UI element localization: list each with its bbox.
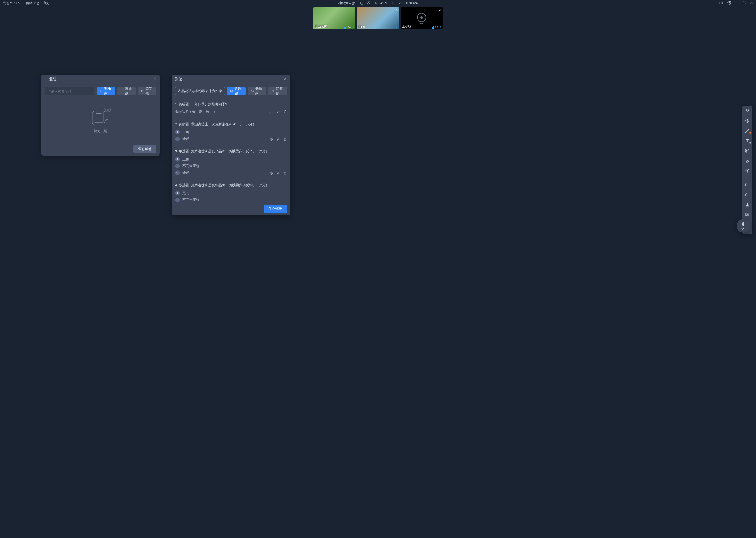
course-title: 神秘大自然 bbox=[338, 1, 355, 6]
close-icon[interactable]: ✕ bbox=[439, 8, 442, 12]
video-tile[interactable]: 叮当老师 bbox=[313, 7, 355, 29]
svg-rect-13 bbox=[440, 26, 441, 27]
chat-icon[interactable] bbox=[744, 211, 750, 218]
svg-point-5 bbox=[348, 26, 351, 28]
svg-line-12 bbox=[436, 26, 438, 28]
svg-point-32 bbox=[251, 90, 253, 92]
svg-rect-16 bbox=[100, 90, 102, 92]
panel-title: 测验 bbox=[49, 77, 153, 82]
participant-name: Nina bbox=[358, 25, 365, 28]
right-toolbar bbox=[742, 106, 752, 234]
camera-toggle-icon[interactable] bbox=[719, 1, 724, 6]
svg-point-17 bbox=[121, 90, 123, 92]
close-panel-icon[interactable] bbox=[153, 77, 157, 81]
svg-point-37 bbox=[745, 151, 747, 153]
svg-point-8 bbox=[392, 26, 394, 28]
quiz-name-input[interactable] bbox=[45, 87, 95, 95]
question-item: 4 [多选题] 施华洛世奇是反华品牌，所以梁鼎琪反华。 （2分） A是的 B不完… bbox=[175, 180, 287, 202]
tab-short[interactable]: 简答题 bbox=[138, 87, 157, 95]
svg-point-26 bbox=[105, 110, 106, 110]
svg-point-42 bbox=[747, 214, 748, 215]
signal-bars-icon bbox=[431, 26, 434, 28]
user-icon[interactable] bbox=[744, 201, 750, 208]
svg-rect-31 bbox=[231, 90, 233, 92]
brightness-icon[interactable] bbox=[744, 168, 750, 174]
toolbar-separator bbox=[744, 178, 750, 178]
close-window-icon[interactable] bbox=[750, 1, 753, 6]
delete-icon[interactable] bbox=[283, 137, 287, 142]
delete-icon[interactable] bbox=[283, 110, 287, 115]
question-list[interactable]: 1 [简答题] 一年四季分别是哪四季? 参考答案：春、夏、秋、冬 bbox=[172, 98, 290, 202]
tab-short[interactable]: 简答题 bbox=[268, 87, 287, 95]
svg-point-9 bbox=[393, 27, 394, 27]
minimize-icon[interactable] bbox=[735, 1, 739, 6]
move-icon[interactable] bbox=[269, 137, 273, 142]
svg-point-28 bbox=[109, 110, 109, 110]
tab-judge[interactable]: 判断题 bbox=[97, 87, 115, 95]
svg-rect-7 bbox=[353, 26, 354, 27]
settings-icon[interactable] bbox=[727, 1, 731, 6]
panel-title: 测验 bbox=[175, 77, 283, 82]
save-quiz-button[interactable]: 保存试卷 bbox=[264, 205, 287, 213]
svg-point-41 bbox=[746, 214, 747, 215]
edit-icon[interactable] bbox=[276, 171, 280, 176]
move-icon[interactable] bbox=[268, 110, 273, 115]
close-panel-icon[interactable] bbox=[283, 77, 287, 81]
edit-icon[interactable] bbox=[276, 110, 280, 115]
svg-rect-10 bbox=[397, 26, 397, 27]
pointer-tool-icon[interactable] bbox=[744, 108, 750, 114]
question-option[interactable]: B不完全正确 bbox=[175, 196, 287, 202]
camera-off-small-icon bbox=[435, 26, 438, 28]
question-option[interactable]: A是的 bbox=[175, 190, 287, 196]
video-tiles: 叮当老师 ✕ Nina ✕ 王小明 bbox=[0, 6, 756, 30]
move-tool-icon[interactable] bbox=[744, 118, 750, 124]
topbar: 丢包率：0% 网络状态：良好 神秘大自然 已上课：02:34:09 ID：202… bbox=[0, 0, 756, 6]
tab-choice[interactable]: 选择题 bbox=[248, 87, 266, 95]
svg-point-40 bbox=[746, 203, 748, 205]
pen-tool-icon[interactable] bbox=[744, 128, 750, 134]
video-tile[interactable]: ✕ Nina bbox=[357, 7, 399, 29]
hand-raise-button[interactable]: 0/2 bbox=[736, 219, 750, 233]
question-option[interactable]: A正确 bbox=[175, 156, 287, 163]
svg-point-6 bbox=[349, 27, 350, 27]
tab-choice[interactable]: 选择题 bbox=[117, 87, 136, 95]
quiz-name-input[interactable] bbox=[175, 87, 225, 95]
empty-text: 暂无试题 bbox=[94, 129, 107, 134]
tab-judge[interactable]: 判断题 bbox=[227, 87, 246, 95]
move-icon[interactable] bbox=[269, 171, 273, 176]
empty-state: 暂无试题 bbox=[41, 98, 160, 142]
question-option[interactable]: A正确 bbox=[175, 129, 287, 135]
fullscreen-icon[interactable] bbox=[742, 1, 746, 6]
svg-point-43 bbox=[748, 214, 749, 215]
svg-point-38 bbox=[747, 170, 748, 172]
save-quiz-button[interactable]: 保存试卷 bbox=[133, 145, 157, 153]
svg-point-1 bbox=[729, 2, 730, 3]
question-option[interactable]: C错误 bbox=[175, 169, 269, 176]
close-icon[interactable]: ✕ bbox=[395, 8, 398, 12]
question-item: 3 [单选题] 施华洛世奇是反华品牌，所以梁鼎琪反华。 （2分） A正确 B不完… bbox=[175, 146, 287, 180]
mic-icon bbox=[439, 25, 442, 28]
participant-name: 王小明 bbox=[402, 24, 411, 28]
mic-icon bbox=[395, 25, 398, 28]
svg-point-36 bbox=[745, 149, 747, 150]
hand-raise-count: 0/2 bbox=[741, 227, 745, 230]
svg-rect-21 bbox=[94, 111, 103, 123]
question-item: 2 [判断题] 我国宪法上一次更新是在2020年。 （2分） A正确 B错误 bbox=[175, 119, 287, 146]
session-id: ID：2020070324 bbox=[392, 1, 418, 6]
quiz-panel-filled: 测验 判断题 选择题 简答题 bbox=[172, 75, 290, 215]
edit-icon[interactable] bbox=[276, 137, 280, 142]
back-icon[interactable] bbox=[45, 77, 47, 81]
folder-icon[interactable] bbox=[744, 182, 750, 188]
question-option[interactable]: B错误 bbox=[175, 135, 269, 142]
delete-icon[interactable] bbox=[283, 171, 287, 176]
camera-off-icon bbox=[417, 13, 426, 22]
main-area: 测验 判断题 选择题 简答题 bbox=[0, 30, 756, 538]
text-tool-icon[interactable] bbox=[744, 138, 750, 144]
toolbox-icon[interactable] bbox=[744, 191, 750, 198]
elapsed-time: 已上课：02:34:09 bbox=[360, 1, 387, 6]
question-item: 1 [简答题] 一年四季分别是哪四季? 参考答案：春、夏、秋、冬 bbox=[175, 99, 287, 119]
video-tile[interactable]: ✕ 王小明 bbox=[401, 7, 443, 29]
question-option[interactable]: B不完全正确 bbox=[175, 163, 287, 169]
eraser-tool-icon[interactable] bbox=[744, 158, 750, 164]
scissors-icon[interactable] bbox=[744, 148, 750, 154]
